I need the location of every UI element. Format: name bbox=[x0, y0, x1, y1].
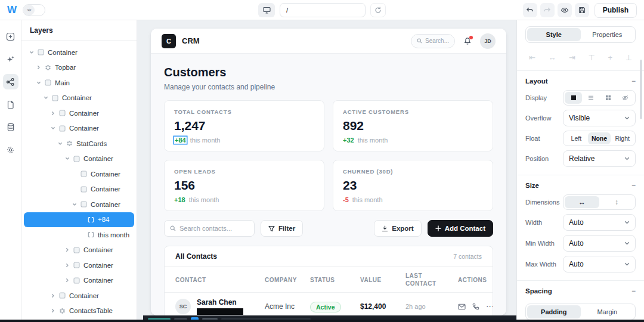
add-contact-button[interactable]: Add Contact bbox=[428, 220, 493, 237]
chevron-down-icon[interactable] bbox=[43, 95, 49, 101]
layer-item-main[interactable]: Main bbox=[24, 75, 134, 91]
pages-button[interactable] bbox=[3, 97, 18, 112]
design-canvas[interactable]: C CRM Search... JD Customers Manage you bbox=[137, 20, 516, 322]
stat-card[interactable]: OPEN LEADS156+18this month bbox=[164, 160, 324, 211]
layer-item-this-month[interactable]: this month bbox=[24, 227, 134, 243]
layer-label: Container bbox=[91, 171, 120, 178]
display-option-none[interactable] bbox=[617, 92, 634, 104]
display-option-flex[interactable] bbox=[582, 92, 599, 104]
inspector-scrollbar[interactable] bbox=[640, 60, 642, 119]
plus-icon bbox=[435, 225, 441, 231]
crm-app-preview[interactable]: C CRM Search... JD Customers Manage you bbox=[151, 29, 506, 315]
breakpoint-desktop-button[interactable] bbox=[258, 3, 275, 17]
crm-search-pill[interactable]: Search... bbox=[411, 34, 455, 48]
layer-item-statcards[interactable]: StatCards bbox=[24, 136, 134, 151]
chevron-right-icon[interactable] bbox=[64, 262, 70, 268]
stat-delta-selected-element[interactable]: +84 bbox=[174, 137, 187, 144]
layer-item-container[interactable]: Container bbox=[24, 258, 134, 273]
chevron-right-icon[interactable] bbox=[50, 293, 56, 299]
overflow-select[interactable]: Visible bbox=[563, 110, 636, 126]
stat-card[interactable]: ACTIVE CUSTOMERS892+32this month bbox=[333, 100, 493, 151]
page-icon bbox=[7, 100, 14, 109]
save-floppy-icon bbox=[578, 7, 586, 14]
align-center-x-icon[interactable]: ↔ bbox=[548, 53, 556, 63]
chevron-down-icon bbox=[624, 116, 630, 120]
contacts-search-input[interactable]: Search contacts... bbox=[164, 220, 255, 237]
chevron-down-icon[interactable] bbox=[57, 141, 63, 147]
layer-item-container[interactable]: Container bbox=[24, 151, 134, 167]
table-row[interactable]: SCSarah ChenAcme IncActive$12,4002h ago⋯ bbox=[165, 293, 493, 315]
chevron-right-icon[interactable] bbox=[50, 308, 56, 314]
align-center-y-icon[interactable]: + bbox=[608, 53, 612, 63]
chevron-down-icon[interactable] bbox=[29, 49, 35, 55]
chevron-down-icon[interactable] bbox=[36, 80, 42, 86]
chevron-right-icon[interactable] bbox=[64, 277, 70, 283]
float-option-right[interactable]: Right bbox=[611, 132, 634, 144]
dimension-horizontal[interactable]: ↔ bbox=[565, 196, 599, 208]
float-option-left[interactable]: Left bbox=[565, 132, 588, 144]
add-elements-button[interactable] bbox=[3, 29, 18, 44]
chevron-right-icon[interactable] bbox=[64, 247, 70, 253]
spacing-tabs: Padding Margin bbox=[525, 304, 636, 320]
tab-properties[interactable]: Properties bbox=[581, 28, 634, 41]
refresh-button[interactable] bbox=[370, 3, 386, 17]
tab-padding[interactable]: Padding bbox=[527, 305, 581, 318]
chevron-down-icon[interactable] bbox=[64, 156, 70, 162]
collapse-icon[interactable]: − bbox=[631, 78, 636, 85]
stat-card[interactable]: TOTAL CONTACTS1,247+84this month bbox=[164, 100, 324, 151]
url-input[interactable] bbox=[280, 3, 366, 17]
tab-margin[interactable]: Margin bbox=[581, 305, 634, 318]
stat-card[interactable]: CHURNED (30D)23-5this month bbox=[333, 160, 493, 211]
layer-item-container[interactable]: Container bbox=[24, 106, 134, 121]
redo-button[interactable] bbox=[540, 3, 555, 17]
webflow-logo-icon[interactable]: W bbox=[6, 4, 18, 16]
chevron-right-icon[interactable] bbox=[50, 110, 56, 116]
layer-item-container[interactable]: Container bbox=[24, 182, 134, 197]
phone-action-button[interactable] bbox=[472, 303, 479, 310]
layer-item-container[interactable]: Container bbox=[24, 243, 134, 258]
layer-item-container[interactable]: Container bbox=[24, 273, 134, 289]
dimension-vertical[interactable]: ↕ bbox=[599, 196, 634, 208]
navigator-button[interactable] bbox=[3, 74, 18, 89]
layer-item-container[interactable]: Container bbox=[24, 166, 134, 182]
align-right-icon[interactable]: ⇥ bbox=[569, 53, 575, 63]
tab-style[interactable]: Style bbox=[527, 28, 581, 41]
layer-item-container[interactable]: Container bbox=[24, 45, 134, 60]
chevron-down-icon[interactable] bbox=[72, 202, 78, 208]
layer-item--84[interactable]: +84 bbox=[24, 212, 134, 228]
notifications-button[interactable] bbox=[463, 37, 472, 45]
export-button[interactable]: Export bbox=[374, 220, 421, 237]
layer-item-contactstable[interactable]: ContactsTable bbox=[24, 304, 134, 319]
max-width-select[interactable]: Auto bbox=[563, 256, 636, 273]
layer-item-container[interactable]: Container bbox=[24, 121, 134, 137]
collapse-icon[interactable]: − bbox=[631, 287, 636, 295]
align-top-icon[interactable]: ⊤ bbox=[589, 53, 595, 63]
filter-button[interactable]: Filter bbox=[261, 220, 303, 237]
min-width-select[interactable]: Auto bbox=[563, 235, 636, 252]
layer-item-topbar[interactable]: Topbar bbox=[24, 60, 134, 76]
layer-item-container[interactable]: Container bbox=[24, 197, 134, 212]
user-avatar[interactable]: JD bbox=[480, 33, 496, 49]
float-option-none[interactable]: None bbox=[588, 132, 611, 144]
settings-button[interactable] bbox=[3, 142, 18, 157]
ai-tools-button[interactable] bbox=[3, 51, 18, 67]
align-left-icon[interactable]: ⇤ bbox=[529, 53, 535, 63]
publish-button[interactable]: Publish bbox=[595, 3, 637, 18]
save-button[interactable] bbox=[575, 3, 589, 17]
more-actions-button[interactable]: ⋯ bbox=[486, 304, 493, 309]
align-bottom-icon[interactable]: ⊥ bbox=[626, 53, 632, 63]
layer-item-container[interactable]: Container bbox=[24, 288, 134, 304]
chevron-down-icon[interactable] bbox=[50, 125, 56, 131]
undo-button[interactable] bbox=[523, 3, 537, 17]
layer-item-container[interactable]: Container bbox=[24, 91, 134, 106]
email-action-button[interactable] bbox=[458, 304, 466, 310]
code-view-toggle[interactable]: <> bbox=[23, 4, 45, 16]
display-option-block[interactable] bbox=[565, 92, 582, 104]
display-option-grid[interactable] bbox=[599, 92, 617, 104]
preview-button[interactable] bbox=[558, 3, 572, 17]
width-select[interactable]: Auto bbox=[563, 214, 636, 231]
cms-button[interactable] bbox=[3, 119, 18, 135]
position-select[interactable]: Relative bbox=[563, 150, 636, 167]
collapse-icon[interactable]: − bbox=[631, 182, 636, 189]
chevron-right-icon[interactable] bbox=[36, 64, 42, 70]
